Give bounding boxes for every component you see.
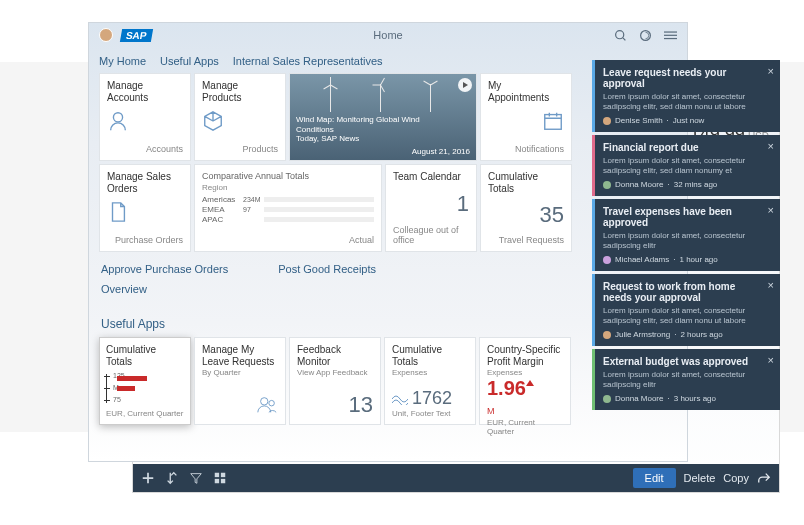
person-icon <box>107 110 129 132</box>
tile-title: Manage Products <box>202 80 278 104</box>
notification-card[interactable]: ×External budget was approvedLorem ipsum… <box>592 349 780 410</box>
region-label: Region <box>202 183 374 192</box>
svg-point-7 <box>616 30 624 38</box>
search-icon[interactable] <box>614 29 627 42</box>
notification-author: Denise Smith <box>615 116 663 125</box>
copy-button[interactable]: Copy <box>723 472 749 484</box>
notification-card[interactable]: ×Financial report dueLorem ipsum dolor s… <box>592 135 780 196</box>
tile-value: 1.96 <box>487 377 526 399</box>
tile-cumulative-quarter[interactable]: Cumulative Totals 125 M 75 EUR, Current … <box>99 337 191 425</box>
tile-title: Manage My Leave Requests <box>202 344 278 368</box>
tile-manage-accounts[interactable]: Manage Accounts Accounts <box>99 73 191 161</box>
notification-author: Donna Moore <box>615 394 663 403</box>
delete-button[interactable]: Delete <box>684 472 716 484</box>
notification-title: Financial report due <box>603 142 772 153</box>
svg-point-15 <box>269 400 275 406</box>
tile-subtitle: By Quarter <box>202 368 278 377</box>
notification-time: 1 hour ago <box>679 255 717 264</box>
notification-body: Lorem ipsum dolor sit amet, consectetur … <box>603 92 772 112</box>
tile-footer: Purchase Orders <box>107 235 183 245</box>
notification-author: Michael Adams <box>615 255 669 264</box>
svg-rect-6 <box>221 479 225 483</box>
tile-appointments[interactable]: My Appointments Notifications <box>480 73 572 161</box>
tab-useful-apps[interactable]: Useful Apps <box>160 55 219 67</box>
svg-rect-11 <box>664 37 677 38</box>
share-icon[interactable] <box>757 471 771 485</box>
bottom-toolbar: Edit Delete Copy <box>133 464 779 492</box>
tile-title: Feedback Monitor <box>297 344 373 368</box>
tile-subtitle: View App Feedback <box>297 368 373 377</box>
tile-title: My Appointments <box>488 80 564 104</box>
notification-time: 2 hours ago <box>680 330 722 339</box>
people-icon <box>256 394 278 416</box>
notification-body: Lorem ipsum dolor sit amet, consectetur … <box>603 306 772 326</box>
svg-rect-13 <box>545 115 562 130</box>
tile-title: Manage Sales Orders <box>107 171 183 195</box>
notification-body: Lorem ipsum dolor sit amet, consectetur … <box>603 370 772 390</box>
edit-button[interactable]: Edit <box>633 468 676 488</box>
link-post[interactable]: Post Good Receipts <box>278 263 376 275</box>
copilot-icon[interactable] <box>639 29 652 42</box>
notification-card[interactable]: ×Leave request needs your approvalLorem … <box>592 60 780 132</box>
tab-my-home[interactable]: My Home <box>99 55 146 67</box>
close-icon[interactable]: × <box>768 204 774 216</box>
close-icon[interactable]: × <box>768 65 774 77</box>
close-icon[interactable]: × <box>768 354 774 366</box>
tile-footer: Colleague out of office <box>393 225 469 245</box>
link-approve[interactable]: Approve Purchase Orders <box>101 263 228 275</box>
notification-card[interactable]: ×Travel expenses have been approvedLorem… <box>592 199 780 271</box>
close-icon[interactable]: × <box>768 140 774 152</box>
svg-rect-10 <box>664 34 677 35</box>
tile-leave-requests[interactable]: Manage My Leave Requests By Quarter <box>194 337 286 425</box>
avatar <box>603 395 611 403</box>
sap-logo[interactable]: SAP <box>120 29 153 42</box>
tile-title: Cumulative Totals <box>106 344 184 368</box>
tile-title: Comparative Annual Totals <box>202 171 374 181</box>
header: SAP Home <box>89 23 687 47</box>
svg-point-14 <box>261 398 268 405</box>
link-overview[interactable]: Overview <box>101 283 147 295</box>
tile-title: Country-Specific Profit Margin <box>487 344 563 368</box>
svg-point-12 <box>113 113 122 122</box>
close-icon[interactable]: × <box>768 279 774 291</box>
tile-feedback[interactable]: Feedback Monitor View App Feedback 13 <box>289 337 381 425</box>
tile-footer: Actual <box>202 235 374 245</box>
tile-title: Cumulative Totals <box>488 171 564 195</box>
svg-rect-5 <box>215 479 219 483</box>
avatar[interactable] <box>99 28 113 42</box>
tile-title: Manage Accounts <box>107 80 183 104</box>
notification-title: External budget was approved <box>603 356 772 367</box>
tab-internal-sales[interactable]: Internal Sales Representatives <box>233 55 383 67</box>
tile-footer: Notifications <box>488 144 564 154</box>
plus-icon[interactable] <box>141 471 155 485</box>
tile-value: 13 <box>297 392 373 418</box>
tile-title: Team Calendar <box>393 171 469 183</box>
tile-sales-orders[interactable]: Manage Sales Orders Purchase Orders <box>99 164 191 252</box>
notification-panel: ×Leave request needs your approvalLorem … <box>592 60 780 410</box>
sort-icon[interactable] <box>165 471 179 485</box>
menu-icon[interactable] <box>664 29 677 42</box>
tile-footer: EUR, Current Quarter <box>106 409 184 418</box>
tile-comparative[interactable]: Comparative Annual Totals Region America… <box>194 164 382 252</box>
tile-cumulative-totals[interactable]: Cumulative Totals 35 Travel Requests <box>480 164 572 252</box>
notification-card[interactable]: ×Request to work from home needs your ap… <box>592 274 780 346</box>
tile-cumulative-expenses[interactable]: Cumulative Totals Expenses 1762 Unit, Fo… <box>384 337 476 425</box>
filter-icon[interactable] <box>189 471 203 485</box>
tile-date: August 21, 2016 <box>412 147 470 156</box>
tile-footer: Products <box>202 144 278 154</box>
grid-icon[interactable] <box>213 471 227 485</box>
calendar-icon <box>542 110 564 132</box>
tile-footer: Accounts <box>107 144 183 154</box>
tile-title: Cumulative Totals <box>392 344 468 368</box>
tile-profit-margin[interactable]: Country-Specific Profit Margin Expenses … <box>479 337 571 425</box>
avatar <box>603 331 611 339</box>
tile-manage-products[interactable]: Manage Products Products <box>194 73 286 161</box>
notification-title: Travel expenses have been approved <box>603 206 772 228</box>
tile-footer: EUR, Current Quarter <box>487 418 563 436</box>
tile-subtitle: Expenses <box>487 368 563 377</box>
tile-team-calendar[interactable]: Team Calendar 1 Colleague out of office <box>385 164 477 252</box>
play-icon[interactable] <box>458 78 472 92</box>
tile-wind-map[interactable]: Wind Map: Monitoring Global WindConditio… <box>289 73 477 161</box>
wave-icon <box>392 393 408 405</box>
notification-title: Request to work from home needs your app… <box>603 281 772 303</box>
